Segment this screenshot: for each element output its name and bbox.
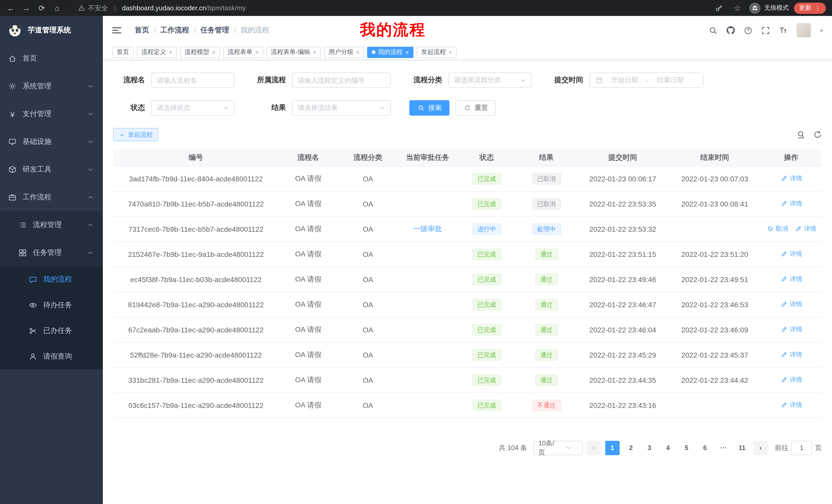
prev-page-button[interactable]: ‹: [587, 441, 601, 455]
page-number-active[interactable]: 1: [605, 441, 620, 455]
search-icon[interactable]: [709, 26, 717, 34]
page-size-select[interactable]: 10条/页: [533, 441, 582, 455]
tab-item[interactable]: 发起流程×: [417, 47, 457, 58]
tab-close-icon[interactable]: ×: [212, 49, 215, 55]
detail-link[interactable]: 详情: [780, 375, 802, 384]
tab-label: 流程定义: [141, 48, 166, 57]
tab-item[interactable]: 首页: [112, 47, 134, 58]
page-number[interactable]: 3: [642, 441, 657, 455]
font-size-icon[interactable]: [779, 26, 787, 34]
task-submenu: 我的流程 待办任务 已办任务 请假查询: [0, 267, 103, 369]
sidebar-item-my-processes[interactable]: 我的流程: [0, 267, 103, 292]
bookmark-star-icon[interactable]: ☆: [731, 1, 744, 15]
chevron-down-icon: [558, 444, 578, 452]
sidebar-item-process-management[interactable]: 流程管理: [0, 211, 103, 239]
page-ellipsis[interactable]: ···: [716, 441, 731, 455]
tab-close-icon[interactable]: ×: [255, 49, 259, 55]
detail-link[interactable]: 详情: [780, 351, 802, 359]
tab-item[interactable]: 流程表单×: [223, 47, 263, 58]
page-number[interactable]: 6: [698, 441, 712, 455]
search-button[interactable]: 搜索: [409, 100, 449, 116]
cancel-process-link[interactable]: 取消: [766, 225, 788, 233]
filter-row-2: 状态 请选择状态 结果 请选择流结果: [113, 100, 822, 116]
process-name-input[interactable]: [151, 73, 234, 88]
search-toggle-icon[interactable]: [797, 131, 805, 139]
app-logo[interactable]: 芋道管理系统: [0, 16, 103, 45]
create-process-button[interactable]: ＋ 发起流程: [113, 128, 158, 141]
operations-cell: 取消详情: [760, 216, 822, 242]
detail-link[interactable]: 详情: [780, 300, 802, 309]
chevron-down-icon[interactable]: ▾: [820, 27, 823, 33]
sidebar-item-infrastructure[interactable]: 基础设施: [0, 128, 103, 156]
table-row: 67c2eaab-7b9a-11ec-a290-acde48001122OA 请…: [113, 317, 822, 342]
browser-menu-icon[interactable]: ⋮: [814, 4, 821, 11]
current-task-link[interactable]: 一级审批: [413, 224, 442, 232]
sidebar-item-done-tasks[interactable]: 已办任务: [0, 318, 103, 344]
back-icon[interactable]: ←: [4, 1, 18, 15]
sidebar-item-leave-query[interactable]: 请假查询: [0, 344, 103, 369]
update-button[interactable]: 更新 ⋮: [794, 2, 826, 13]
status-select[interactable]: 请选择状态: [151, 100, 234, 116]
table-tools: [797, 131, 822, 139]
category-select[interactable]: 请选择流程分类: [448, 73, 532, 88]
home-icon[interactable]: ⌂: [50, 1, 64, 15]
page-number[interactable]: 2: [624, 441, 638, 455]
sidebar-item-system[interactable]: 系统管理: [0, 73, 103, 100]
detail-link[interactable]: 详情: [780, 401, 802, 410]
page-number[interactable]: 11: [735, 441, 749, 455]
detail-link[interactable]: 详情: [780, 250, 802, 258]
tab-close-icon[interactable]: ×: [169, 49, 172, 55]
date-range-picker[interactable]: 开始日期 - 结束日期: [589, 73, 703, 88]
url-text[interactable]: dashboard.yudao.iocoder.cn/bpm/task/my: [122, 4, 246, 12]
help-icon[interactable]: [744, 26, 752, 34]
detail-link[interactable]: 详情: [780, 199, 802, 208]
tab-active[interactable]: 我的流程×: [367, 47, 413, 58]
process-definition-input[interactable]: [292, 73, 391, 88]
detail-link[interactable]: 详情: [794, 225, 816, 233]
sidebar-item-payment[interactable]: ¥ 支付管理: [0, 100, 103, 128]
status-badge: 已完成: [472, 349, 501, 360]
forward-icon[interactable]: →: [20, 1, 33, 15]
detail-link[interactable]: 详情: [780, 325, 802, 334]
tab-close-icon[interactable]: ×: [405, 49, 409, 55]
sidebar-item-home[interactable]: 首页: [0, 45, 103, 73]
result-cell: 不通过: [516, 393, 576, 418]
github-icon[interactable]: [727, 26, 735, 34]
briefcase-icon: [8, 193, 17, 201]
tab-item[interactable]: 用户分组×: [324, 47, 364, 58]
sidebar-item-label: 我的流程: [43, 275, 95, 284]
tab-item[interactable]: 流程模型×: [180, 47, 220, 58]
sidebar-item-todo-tasks[interactable]: 待办任务: [0, 292, 103, 318]
next-page-button[interactable]: ›: [753, 441, 768, 455]
tab-item[interactable]: 流程定义×: [137, 47, 177, 58]
sidebar-item-workflow[interactable]: 工作流程: [0, 184, 103, 211]
page-number[interactable]: 4: [661, 441, 675, 455]
current-task-cell: [398, 393, 457, 418]
key-icon[interactable]: [712, 1, 726, 15]
refresh-icon[interactable]: [813, 131, 822, 139]
goto-page-input[interactable]: [791, 441, 812, 455]
hamburger-menu-icon[interactable]: [112, 25, 123, 36]
sidebar-item-devtools[interactable]: 研发工具: [0, 156, 103, 184]
result-cell: 通过: [516, 267, 576, 292]
breadcrumb-item[interactable]: 工作流程: [160, 26, 189, 35]
tab-close-icon[interactable]: ×: [448, 49, 452, 55]
operations-cell: 详情: [760, 242, 822, 267]
address-bar[interactable]: 不安全 | dashboard.yudao.iocoder.cn/bpm/tas…: [66, 3, 710, 12]
detail-link[interactable]: 详情: [780, 174, 802, 183]
tab-close-icon[interactable]: ×: [356, 49, 359, 55]
breadcrumb-item[interactable]: 任务管理: [201, 26, 229, 35]
security-warning[interactable]: 不安全: [77, 3, 108, 12]
reset-button[interactable]: 重置: [456, 100, 496, 116]
reload-icon[interactable]: ⟳: [35, 1, 48, 15]
tab-close-icon[interactable]: ×: [313, 49, 316, 55]
user-avatar[interactable]: [797, 23, 811, 37]
breadcrumb-item[interactable]: 首页: [135, 26, 149, 35]
result-select[interactable]: 请选择流结果: [292, 100, 391, 116]
detail-link[interactable]: 详情: [780, 275, 802, 284]
sidebar-item-task-management[interactable]: 任务管理: [0, 239, 103, 267]
page-number[interactable]: 5: [679, 441, 694, 455]
tab-item[interactable]: 流程表单-编辑×: [266, 47, 321, 58]
fullscreen-icon[interactable]: [761, 26, 770, 34]
incognito-profile-chip[interactable]: 无痕模式: [749, 2, 789, 13]
